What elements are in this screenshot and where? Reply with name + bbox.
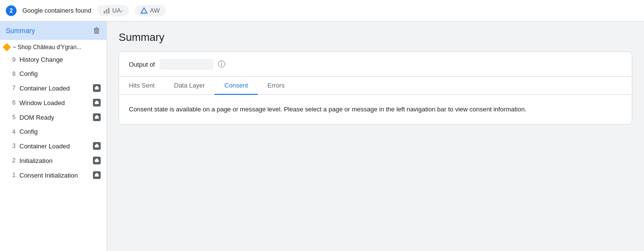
tab-consent[interactable]: Consent: [215, 77, 257, 95]
containers-count-badge: 2: [6, 5, 17, 16]
tabs-bar: Hits SentData LayerConsentErrors: [119, 77, 632, 95]
sidebar-item-number: 8: [8, 71, 16, 77]
content-area: Summary Output of ⓘ Hits SentData LayerC…: [107, 21, 644, 251]
sidebar-item[interactable]: 9History Change: [0, 53, 107, 67]
svg-rect-9: [96, 115, 98, 117]
sidebar-section-header[interactable]: ~ Shop Château d'Ygran...: [0, 40, 107, 53]
ua-container-pill[interactable]: UA-: [97, 5, 129, 16]
sidebar-item-label: Container Loaded: [19, 143, 89, 150]
sidebar-items-list: 9History Change8Config7Container Loaded6…: [0, 53, 107, 182]
sidebar-item[interactable]: 8Config: [0, 67, 107, 81]
svg-rect-13: [96, 159, 98, 160]
sidebar-item-label: History Change: [19, 56, 101, 63]
output-row: Output of ⓘ: [119, 52, 632, 77]
sidebar-item-label: Config: [19, 70, 101, 77]
sidebar-item[interactable]: 4Config: [0, 125, 107, 139]
help-icon[interactable]: ⓘ: [218, 60, 225, 69]
svg-rect-1: [106, 9, 107, 14]
aw-container-pill[interactable]: AW: [135, 5, 165, 16]
sidebar-item-number: 1: [8, 172, 16, 179]
sidebar-item-badge: [93, 84, 101, 92]
svg-rect-5: [96, 86, 98, 88]
sidebar-item[interactable]: 7Container Loaded: [0, 81, 107, 95]
containers-label: Google containers found: [22, 7, 91, 14]
sidebar-summary-item[interactable]: Summary 🗑: [0, 21, 107, 40]
tab-errors[interactable]: Errors: [258, 77, 294, 95]
sidebar-item-badge: [93, 142, 101, 150]
sidebar-item-number: 6: [8, 99, 16, 106]
output-label: Output of: [129, 61, 155, 68]
main-layout: Summary 🗑 ~ Shop Château d'Ygran... 9His…: [0, 21, 644, 251]
sidebar-item-label: Config: [19, 128, 101, 135]
sidebar-item-badge: [93, 113, 101, 121]
sidebar-item-number: 7: [8, 85, 16, 91]
sidebar-item-number: 4: [8, 128, 16, 135]
sidebar-item-number: 5: [8, 114, 16, 121]
svg-rect-0: [104, 11, 105, 14]
svg-rect-2: [108, 8, 109, 14]
summary-card: Output of ⓘ Hits SentData LayerConsentEr…: [119, 52, 632, 125]
sidebar-item-number: 2: [8, 157, 16, 164]
diamond-icon: [3, 43, 11, 52]
sidebar-item-label: Window Loaded: [19, 99, 89, 107]
page-title: Summary: [119, 31, 632, 44]
sidebar-item-number: 3: [8, 143, 16, 149]
sidebar-item-label: DOM Ready: [19, 114, 89, 121]
google-ads-icon: [141, 7, 147, 14]
sidebar-item[interactable]: 2Initialization: [0, 153, 107, 168]
topbar: 2 Google containers found UA- AW: [0, 0, 644, 21]
sidebar-item-label: Consent Initialization: [19, 172, 89, 179]
delete-icon[interactable]: 🗑: [93, 26, 101, 35]
sidebar-item-badge: [93, 99, 101, 107]
sidebar-summary-label: Summary: [6, 27, 35, 35]
sidebar-item-badge: [93, 157, 101, 164]
sidebar-item[interactable]: 3Container Loaded: [0, 139, 107, 153]
tab-hits-sent[interactable]: Hits Sent: [119, 77, 164, 95]
sidebar-item-label: Initialization: [19, 157, 89, 164]
sidebar-item-number: 9: [8, 56, 16, 63]
sidebar-item[interactable]: 1Consent Initialization: [0, 168, 107, 182]
svg-marker-3: [141, 8, 147, 13]
sidebar-item[interactable]: 5DOM Ready: [0, 110, 107, 125]
consent-tab-content: Consent state is available on a page or …: [119, 95, 632, 124]
sidebar: Summary 🗑 ~ Shop Château d'Ygran... 9His…: [0, 21, 107, 251]
bar-chart-icon: [103, 7, 110, 14]
svg-rect-11: [96, 144, 98, 145]
svg-rect-7: [96, 101, 98, 102]
sidebar-item[interactable]: 6Window Loaded: [0, 95, 107, 110]
svg-rect-15: [96, 173, 98, 175]
tab-data-layer[interactable]: Data Layer: [164, 77, 215, 95]
output-value-box: [160, 59, 213, 70]
aw-pill-label: AW: [150, 7, 160, 14]
sidebar-section-label: ~ Shop Château d'Ygran...: [13, 44, 81, 51]
sidebar-item-label: Container Loaded: [19, 85, 89, 92]
sidebar-item-badge: [93, 171, 101, 179]
ua-pill-label: UA-: [112, 7, 123, 14]
